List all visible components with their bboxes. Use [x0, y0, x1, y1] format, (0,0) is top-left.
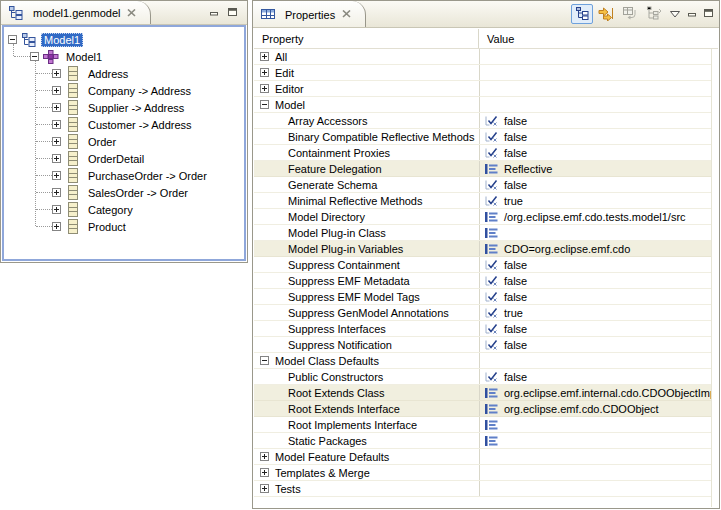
category-row-templates-merge[interactable]: Templates & Merge — [254, 465, 718, 481]
expand-icon[interactable] — [52, 205, 61, 214]
show-advanced-button[interactable] — [595, 4, 617, 24]
property-row-public-constructors[interactable]: Public Constructorsfalse — [254, 369, 718, 385]
collapse-icon[interactable] — [8, 35, 17, 44]
property-value-cell[interactable]: false — [479, 337, 718, 352]
property-row-array-accessors[interactable]: Array Accessorsfalse — [254, 113, 718, 129]
expand-icon[interactable] — [260, 468, 269, 477]
property-row-suppress-notification[interactable]: Suppress Notificationfalse — [254, 337, 718, 353]
property-row-static-packages[interactable]: Static Packages — [254, 433, 718, 449]
property-row-suppress-genmodel-annotations[interactable]: Suppress GenModel Annotationstrue — [254, 305, 718, 321]
expand-icon[interactable] — [260, 452, 269, 461]
view-menu-icon — [670, 8, 680, 20]
maximize-button[interactable] — [701, 4, 715, 24]
tab-properties[interactable]: Properties — [253, 1, 366, 27]
tree-item-purchaseorder-order[interactable]: PurchaseOrder -> Order — [4, 167, 244, 184]
property-value-cell[interactable]: false — [479, 321, 718, 336]
property-value-cell[interactable] — [479, 417, 718, 432]
property-row-generate-schema[interactable]: Generate Schemafalse — [254, 177, 718, 193]
property-row-root-extends-class[interactable]: Root Extends Classorg.eclipse.emf.intern… — [254, 385, 718, 401]
expand-icon[interactable] — [52, 86, 61, 95]
property-value-cell[interactable] — [479, 225, 718, 240]
close-icon[interactable] — [127, 9, 136, 17]
property-row-suppress-emf-metadata[interactable]: Suppress EMF Metadatafalse — [254, 273, 718, 289]
expand-icon[interactable] — [52, 171, 61, 180]
property-row-binary-compatible-reflective-methods[interactable]: Binary Compatible Reflective Methodsfals… — [254, 129, 718, 145]
property-row-containment-proxies[interactable]: Containment Proxiesfalse — [254, 145, 718, 161]
show-categories-button[interactable] — [643, 4, 665, 24]
expand-icon[interactable] — [52, 103, 61, 112]
tree-item-order[interactable]: Order — [4, 133, 244, 150]
minimize-button[interactable] — [685, 4, 699, 24]
category-row-model-feature-defaults[interactable]: Model Feature Defaults — [254, 449, 718, 465]
property-value-cell[interactable]: false — [479, 177, 718, 192]
expand-icon[interactable] — [260, 52, 269, 61]
tree-item-salesorder-order[interactable]: SalesOrder -> Order — [4, 184, 244, 201]
expand-icon[interactable] — [260, 68, 269, 77]
property-value-cell[interactable]: false — [479, 289, 718, 304]
expand-icon[interactable] — [52, 154, 61, 163]
property-row-feature-delegation[interactable]: Feature DelegationReflective — [254, 161, 718, 177]
category-row-tests[interactable]: Tests — [254, 481, 718, 497]
property-row-root-extends-interface[interactable]: Root Extends Interfaceorg.eclipse.emf.cd… — [254, 401, 718, 417]
property-value-cell[interactable] — [479, 433, 718, 448]
restore-default-button[interactable] — [619, 4, 641, 24]
property-label: Model Class Defaults — [275, 355, 379, 367]
expand-icon[interactable] — [52, 120, 61, 129]
property-value-cell[interactable]: false — [479, 113, 718, 128]
property-value-cell[interactable]: /org.eclipse.emf.cdo.tests.model1/src — [479, 209, 718, 224]
category-row-all[interactable]: All — [254, 49, 718, 65]
tree-item-company-address[interactable]: Company -> Address — [4, 82, 244, 99]
property-value: true — [504, 195, 523, 207]
expand-icon[interactable] — [52, 188, 61, 197]
collapse-icon[interactable] — [260, 100, 269, 109]
property-value-cell[interactable]: false — [479, 257, 718, 272]
property-value-cell[interactable]: CDO=org.eclipse.emf.cdo — [479, 241, 718, 256]
property-value-cell[interactable]: Reflective — [479, 161, 718, 176]
category-row-model[interactable]: Model — [254, 97, 718, 113]
property-value-cell[interactable]: true — [479, 193, 718, 208]
property-row-suppress-interfaces[interactable]: Suppress Interfacesfalse — [254, 321, 718, 337]
property-row-root-implements-interface[interactable]: Root Implements Interface — [254, 417, 718, 433]
collapse-icon[interactable] — [30, 52, 39, 61]
column-header-property[interactable]: Property — [254, 29, 479, 48]
tree-item-customer-address[interactable]: Customer -> Address — [4, 116, 244, 133]
property-value-cell[interactable]: org.eclipse.emf.cdo.CDOObject — [479, 401, 718, 416]
property-value-cell[interactable]: false — [479, 369, 718, 384]
category-row-editor[interactable]: Editor — [254, 81, 718, 97]
expand-icon[interactable] — [260, 484, 269, 493]
tree-item-category[interactable]: Category — [4, 201, 244, 218]
property-value-cell[interactable]: false — [479, 129, 718, 144]
tab-model1-genmodel[interactable]: model1.genmodel — [1, 1, 151, 24]
property-row-suppress-emf-model-tags[interactable]: Suppress EMF Model Tagsfalse — [254, 289, 718, 305]
property-row-model-plug-in-class[interactable]: Model Plug-in Class — [254, 225, 718, 241]
tree-item-product[interactable]: Product — [4, 218, 244, 235]
category-row-model-class-defaults[interactable]: Model Class Defaults — [254, 353, 718, 369]
property-row-minimal-reflective-methods[interactable]: Minimal Reflective Methodstrue — [254, 193, 718, 209]
maximize-button[interactable] — [227, 7, 238, 19]
expand-icon[interactable] — [52, 222, 61, 231]
property-row-model-directory[interactable]: Model Directory/org.eclipse.emf.cdo.test… — [254, 209, 718, 225]
column-header-value[interactable]: Value — [479, 29, 718, 48]
property-value-cell[interactable]: false — [479, 273, 718, 288]
category-row-edit[interactable]: Edit — [254, 65, 718, 81]
property-row-model-plug-in-variables[interactable]: Model Plug-in VariablesCDO=org.eclipse.e… — [254, 241, 718, 257]
property-value-cell[interactable]: org.eclipse.emf.internal.cdo.CDOObjectIm… — [479, 385, 718, 400]
tree-item-model1[interactable]: Model1 — [4, 31, 244, 48]
expand-icon[interactable] — [52, 69, 61, 78]
view-menu-button[interactable] — [667, 4, 683, 24]
collapse-icon[interactable] — [260, 356, 269, 365]
property-value-cell[interactable]: false — [479, 145, 718, 160]
tree-item-model1[interactable]: Model1 — [4, 48, 244, 65]
tree-item-address[interactable]: Address — [4, 65, 244, 82]
tree-item-supplier-address[interactable]: Supplier -> Address — [4, 99, 244, 116]
tree-mode-button[interactable] — [571, 4, 593, 24]
property-value: false — [504, 131, 527, 143]
property-label: Model — [275, 99, 305, 111]
property-row-suppress-containment[interactable]: Suppress Containmentfalse — [254, 257, 718, 273]
expand-icon[interactable] — [52, 137, 61, 146]
close-icon[interactable] — [342, 10, 351, 18]
tree-item-orderdetail[interactable]: OrderDetail — [4, 150, 244, 167]
property-value-cell[interactable]: true — [479, 305, 718, 320]
minimize-button[interactable] — [209, 7, 220, 19]
expand-icon[interactable] — [260, 84, 269, 93]
